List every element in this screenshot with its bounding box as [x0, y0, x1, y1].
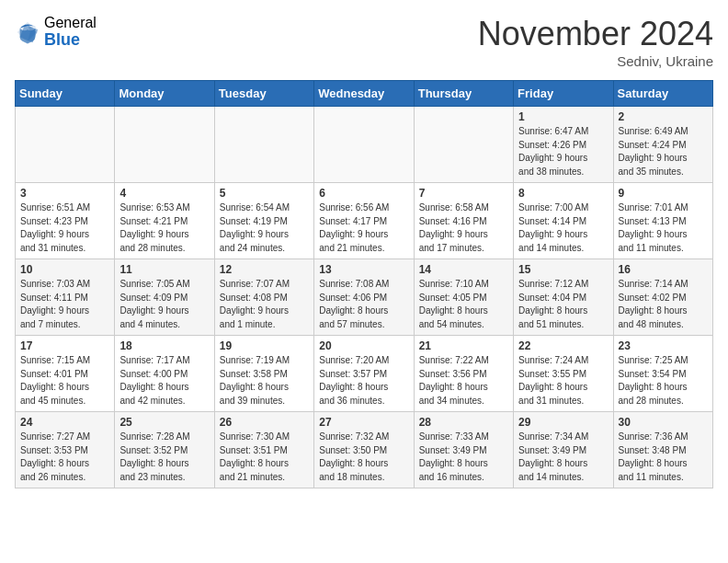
calendar-body: 1Sunrise: 6:47 AM Sunset: 4:26 PM Daylig… — [16, 107, 713, 488]
day-info: Sunrise: 6:56 AM Sunset: 4:17 PM Dayligh… — [319, 201, 408, 255]
logo-general: General — [44, 15, 97, 31]
header-cell-thursday: Thursday — [414, 81, 513, 107]
day-number: 15 — [518, 263, 608, 276]
title-block: November 2024 Sedniv, Ukraine — [478, 15, 713, 69]
day-number: 7 — [419, 187, 508, 200]
day-number: 11 — [119, 263, 209, 276]
day-number: 6 — [319, 187, 408, 200]
day-info: Sunrise: 7:20 AM Sunset: 3:57 PM Dayligh… — [319, 354, 408, 408]
day-number: 22 — [518, 339, 608, 352]
day-info: Sunrise: 7:14 AM Sunset: 4:02 PM Dayligh… — [619, 278, 708, 331]
day-info: Sunrise: 7:34 AM Sunset: 3:49 PM Dayligh… — [518, 431, 608, 484]
week-row-1: 1Sunrise: 6:47 AM Sunset: 4:26 PM Daylig… — [16, 107, 713, 183]
day-cell: 11Sunrise: 7:05 AM Sunset: 4:09 PM Dayli… — [115, 259, 214, 336]
week-row-4: 17Sunrise: 7:15 AM Sunset: 4:01 PM Dayli… — [16, 336, 713, 412]
day-info: Sunrise: 7:08 AM Sunset: 4:06 PM Dayligh… — [319, 278, 408, 331]
day-number: 9 — [619, 187, 708, 200]
day-info: Sunrise: 7:17 AM Sunset: 4:00 PM Dayligh… — [119, 354, 209, 408]
day-number: 25 — [119, 416, 209, 429]
day-cell: 21Sunrise: 7:22 AM Sunset: 3:56 PM Dayli… — [414, 336, 513, 412]
calendar-header: SundayMondayTuesdayWednesdayThursdayFrid… — [16, 81, 713, 107]
day-info: Sunrise: 7:12 AM Sunset: 4:04 PM Dayligh… — [518, 278, 608, 331]
header-row: SundayMondayTuesdayWednesdayThursdayFrid… — [16, 81, 713, 107]
logo: General Blue — [15, 15, 97, 49]
day-number: 8 — [518, 187, 608, 200]
day-cell — [115, 107, 214, 183]
day-info: Sunrise: 6:53 AM Sunset: 4:21 PM Dayligh… — [119, 201, 209, 255]
day-number: 4 — [119, 187, 209, 200]
day-info: Sunrise: 6:58 AM Sunset: 4:16 PM Dayligh… — [419, 201, 508, 255]
day-number: 16 — [619, 263, 708, 276]
day-info: Sunrise: 7:19 AM Sunset: 3:58 PM Dayligh… — [220, 354, 309, 408]
day-number: 10 — [20, 263, 109, 276]
day-number: 27 — [319, 416, 408, 429]
week-row-5: 24Sunrise: 7:27 AM Sunset: 3:53 PM Dayli… — [16, 412, 713, 488]
day-cell — [214, 107, 313, 183]
day-number: 30 — [619, 416, 708, 429]
week-row-2: 3Sunrise: 6:51 AM Sunset: 4:23 PM Daylig… — [16, 183, 713, 259]
day-cell: 14Sunrise: 7:10 AM Sunset: 4:05 PM Dayli… — [414, 259, 513, 336]
day-info: Sunrise: 7:36 AM Sunset: 3:48 PM Dayligh… — [619, 431, 708, 484]
header-cell-saturday: Saturday — [613, 81, 712, 107]
day-cell: 20Sunrise: 7:20 AM Sunset: 3:57 PM Dayli… — [314, 336, 414, 412]
day-cell: 12Sunrise: 7:07 AM Sunset: 4:08 PM Dayli… — [214, 259, 313, 336]
day-number: 24 — [20, 416, 109, 429]
day-number: 20 — [319, 339, 408, 352]
day-info: Sunrise: 7:05 AM Sunset: 4:09 PM Dayligh… — [119, 278, 209, 331]
header-cell-wednesday: Wednesday — [314, 81, 414, 107]
day-number: 29 — [518, 416, 608, 429]
day-info: Sunrise: 7:15 AM Sunset: 4:01 PM Dayligh… — [20, 354, 109, 408]
day-cell: 5Sunrise: 6:54 AM Sunset: 4:19 PM Daylig… — [214, 183, 313, 259]
day-cell: 2Sunrise: 6:49 AM Sunset: 4:24 PM Daylig… — [613, 107, 712, 183]
day-info: Sunrise: 7:22 AM Sunset: 3:56 PM Dayligh… — [419, 354, 508, 408]
day-cell: 25Sunrise: 7:28 AM Sunset: 3:52 PM Dayli… — [115, 412, 214, 488]
day-info: Sunrise: 6:51 AM Sunset: 4:23 PM Dayligh… — [20, 201, 109, 255]
logo-blue: Blue — [44, 31, 97, 50]
day-info: Sunrise: 7:07 AM Sunset: 4:08 PM Dayligh… — [220, 278, 309, 331]
day-info: Sunrise: 7:00 AM Sunset: 4:14 PM Dayligh… — [518, 201, 608, 255]
page-header: General Blue November 2024 Sedniv, Ukrai… — [15, 15, 713, 69]
day-number: 3 — [20, 187, 109, 200]
day-cell: 3Sunrise: 6:51 AM Sunset: 4:23 PM Daylig… — [16, 183, 115, 259]
day-info: Sunrise: 6:47 AM Sunset: 4:26 PM Dayligh… — [518, 125, 608, 178]
month-title: November 2024 — [478, 15, 713, 53]
day-cell: 4Sunrise: 6:53 AM Sunset: 4:21 PM Daylig… — [115, 183, 214, 259]
day-number: 19 — [220, 339, 309, 352]
day-cell: 18Sunrise: 7:17 AM Sunset: 4:00 PM Dayli… — [115, 336, 214, 412]
day-cell: 19Sunrise: 7:19 AM Sunset: 3:58 PM Dayli… — [214, 336, 313, 412]
day-cell: 8Sunrise: 7:00 AM Sunset: 4:14 PM Daylig… — [514, 183, 613, 259]
day-cell: 22Sunrise: 7:24 AM Sunset: 3:55 PM Dayli… — [514, 336, 613, 412]
day-cell: 30Sunrise: 7:36 AM Sunset: 3:48 PM Dayli… — [613, 412, 712, 488]
day-cell: 24Sunrise: 7:27 AM Sunset: 3:53 PM Dayli… — [16, 412, 115, 488]
day-number: 26 — [220, 416, 309, 429]
day-cell: 7Sunrise: 6:58 AM Sunset: 4:16 PM Daylig… — [414, 183, 513, 259]
day-info: Sunrise: 7:10 AM Sunset: 4:05 PM Dayligh… — [419, 278, 508, 331]
header-cell-tuesday: Tuesday — [214, 81, 313, 107]
day-number: 28 — [419, 416, 508, 429]
logo-icon — [15, 19, 40, 45]
day-info: Sunrise: 6:49 AM Sunset: 4:24 PM Dayligh… — [619, 125, 708, 178]
day-cell: 9Sunrise: 7:01 AM Sunset: 4:13 PM Daylig… — [613, 183, 712, 259]
day-cell: 13Sunrise: 7:08 AM Sunset: 4:06 PM Dayli… — [314, 259, 414, 336]
day-cell: 27Sunrise: 7:32 AM Sunset: 3:50 PM Dayli… — [314, 412, 414, 488]
day-number: 18 — [119, 339, 209, 352]
day-number: 12 — [220, 263, 309, 276]
day-cell: 15Sunrise: 7:12 AM Sunset: 4:04 PM Dayli… — [514, 259, 613, 336]
day-number: 17 — [20, 339, 109, 352]
day-cell: 1Sunrise: 6:47 AM Sunset: 4:26 PM Daylig… — [514, 107, 613, 183]
day-info: Sunrise: 7:32 AM Sunset: 3:50 PM Dayligh… — [319, 431, 408, 484]
week-row-3: 10Sunrise: 7:03 AM Sunset: 4:11 PM Dayli… — [16, 259, 713, 336]
day-cell: 29Sunrise: 7:34 AM Sunset: 3:49 PM Dayli… — [514, 412, 613, 488]
day-cell — [16, 107, 115, 183]
day-info: Sunrise: 6:54 AM Sunset: 4:19 PM Dayligh… — [220, 201, 309, 255]
day-number: 5 — [220, 187, 309, 200]
header-cell-friday: Friday — [514, 81, 613, 107]
day-number: 2 — [619, 110, 708, 123]
day-cell: 6Sunrise: 6:56 AM Sunset: 4:17 PM Daylig… — [314, 183, 414, 259]
day-info: Sunrise: 7:27 AM Sunset: 3:53 PM Dayligh… — [20, 431, 109, 484]
location: Sedniv, Ukraine — [478, 53, 713, 69]
day-cell — [414, 107, 513, 183]
logo-text: General Blue — [44, 15, 97, 49]
day-cell: 26Sunrise: 7:30 AM Sunset: 3:51 PM Dayli… — [214, 412, 313, 488]
day-info: Sunrise: 7:25 AM Sunset: 3:54 PM Dayligh… — [619, 354, 708, 408]
